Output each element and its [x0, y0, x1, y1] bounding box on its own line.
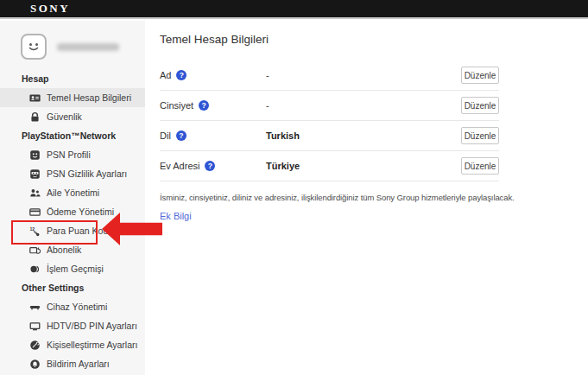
row-value: Turkish [266, 130, 461, 141]
main-content: Temel Hesap Bilgileri Ad ? - Düzenle Cin… [160, 21, 574, 223]
sidebar-item-aile-yönetimi[interactable]: Aile Yönetimi [0, 183, 145, 202]
tv-icon [29, 321, 41, 332]
info-row: Dil ? Turkish Düzenle [160, 121, 499, 151]
sidebar-item-label: Abonelik [47, 245, 81, 255]
sidebar-item-güvenlik[interactable]: Güvenlik [0, 107, 145, 126]
info-row: Ev Adresi ? Türkiye Düzenle [160, 151, 499, 181]
row-value: Türkiye [266, 161, 461, 171]
smiley-avatar-icon [21, 34, 47, 60]
ek-bilgi-link[interactable]: Ek Bilgi [160, 211, 192, 221]
svg-text:12: 12 [29, 226, 35, 231]
row-label: Ev Adresi [160, 161, 199, 171]
duzenle-button[interactable]: Düzenle [461, 67, 499, 84]
help-icon[interactable]: ? [199, 100, 209, 111]
sidebar-section: Other Settings Cihaz Yönetimi HDTV/BD PI… [0, 278, 145, 373]
sidebar-item-label: Bildirim Ayarları [47, 359, 110, 369]
duzenle-button[interactable]: Düzenle [461, 157, 499, 175]
sidebar: Hesap Temel Hesap Bilgileri Güvenlik Pla… [0, 21, 145, 375]
sidebar-item-label: HDTV/BD PIN Ayarları [47, 321, 137, 331]
sidebar-section-items: Temel Hesap Bilgileri Güvenlik [0, 88, 145, 126]
psn-profile-icon [29, 149, 41, 161]
sidebar-section: Hesap Temel Hesap Bilgileri Güvenlik [0, 69, 145, 126]
sidebar-item-label: Güvenlik [47, 111, 82, 122]
sidebar-nav: Hesap Temel Hesap Bilgileri Güvenlik Pla… [0, 69, 145, 373]
sidebar-section-items: PSN Profili PSN Gizlilik Ayarları Aile Y… [0, 145, 145, 278]
row-label: Dil [160, 130, 171, 141]
row-label: Cinsiyet [160, 100, 193, 111]
redeem-code-icon: 12 [29, 226, 41, 237]
sidebar-item-label: PSN Profili [47, 149, 91, 160]
sidebar-item-label: Cihaz Yönetimi [47, 302, 107, 312]
sidebar-item-bildirim-ayarları[interactable]: Bildirim Ayarları [0, 354, 145, 373]
sidebar-item-label: PSN Gizlilik Ayarları [47, 168, 127, 179]
help-icon[interactable]: ? [205, 161, 215, 171]
family-icon [29, 188, 41, 199]
sidebar-item-label: Temel Hesap Bilgileri [47, 92, 131, 103]
personalization-icon [29, 340, 41, 351]
sidebar-section-label: Other Settings [0, 278, 145, 297]
duzenle-button[interactable]: Düzenle [461, 97, 499, 114]
page-title: Temel Hesap Bilgileri [160, 33, 574, 46]
sharing-note: İsminiz, cinsiyetiniz, diliniz ve adresi… [160, 193, 574, 202]
privacy-mask-icon [29, 168, 41, 180]
duzenle-button[interactable]: Düzenle [461, 127, 499, 144]
lock-icon [29, 111, 41, 123]
device-icon [29, 302, 41, 313]
sidebar-item-hdtv-bd-pin-ayarları[interactable]: HDTV/BD PIN Ayarları [0, 316, 145, 335]
id-card-icon [29, 92, 41, 104]
sidebar-item-label: Aile Yönetimi [47, 188, 99, 198]
header-bar: SONY [0, 0, 588, 19]
notification-icon [29, 359, 41, 370]
sony-logo: SONY [30, 2, 70, 16]
sidebar-section-items: Cihaz Yönetimi HDTV/BD PIN Ayarları Kişi… [0, 297, 145, 373]
sidebar-section-label: Hesap [0, 69, 145, 88]
row-value: - [266, 100, 461, 111]
sidebar-section-label: PlayStation™Network [0, 126, 145, 145]
row-label: Ad [160, 70, 171, 80]
info-row: Cinsiyet ? - Düzenle [160, 91, 499, 121]
help-icon[interactable]: ? [176, 70, 187, 80]
payment-card-icon [29, 207, 41, 218]
sidebar-item-i-şlem-geçmişi[interactable]: İşlem Geçmişi [0, 259, 145, 278]
user-email-redacted [57, 43, 119, 51]
sidebar-item-psn-gizlilik-ayarları[interactable]: PSN Gizlilik Ayarları [0, 164, 145, 183]
sidebar-item-temel-hesap-bilgileri[interactable]: Temel Hesap Bilgileri [0, 88, 145, 107]
transaction-history-icon [29, 264, 41, 275]
subscription-icon [29, 245, 41, 256]
sidebar-section: PlayStation™Network PSN Profili PSN Gizl… [0, 126, 145, 278]
sidebar-item-label: İşlem Geçmişi [47, 264, 104, 274]
info-row: Ad ? - Düzenle [160, 60, 499, 91]
sidebar-item-label: Kişiselleştirme Ayarları [47, 340, 137, 350]
sidebar-item-cihaz-yönetimi[interactable]: Cihaz Yönetimi [0, 297, 145, 316]
sidebar-item-abonelik[interactable]: Abonelik [0, 240, 145, 259]
help-icon[interactable]: ? [176, 130, 187, 141]
sidebar-item-kişiselleştirme-ayarları[interactable]: Kişiselleştirme Ayarları [0, 335, 145, 354]
sidebar-item-label: Ödeme Yönetimi [47, 207, 114, 217]
row-value: - [266, 70, 461, 80]
user-row[interactable] [21, 33, 145, 60]
account-info-rows: Ad ? - Düzenle Cinsiyet ? - Düzenle Dil … [160, 60, 499, 181]
sidebar-item-ödeme-yönetimi[interactable]: Ödeme Yönetimi [0, 202, 145, 221]
sidebar-item-psn-profili[interactable]: PSN Profili [0, 145, 145, 164]
